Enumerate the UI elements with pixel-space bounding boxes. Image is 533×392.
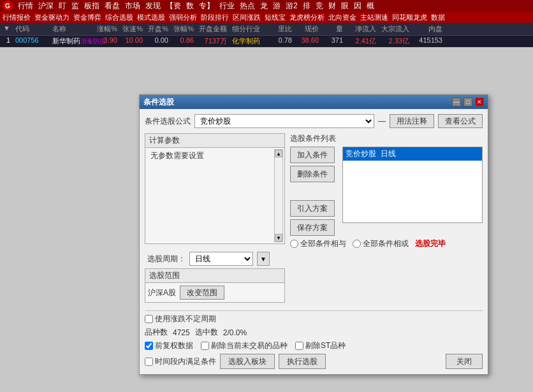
submenu-shuju[interactable]: 数据: [431, 13, 445, 22]
menu-hangqing[interactable]: 行情: [18, 1, 33, 11]
submenu-beixiang[interactable]: 北向资金: [328, 13, 356, 22]
row1-range: 0.86: [171, 36, 196, 47]
delete-condition-button[interactable]: 删除条件: [290, 166, 335, 182]
calc-params-group: 计算参数 无参数需要设置 ▲ ▼: [145, 133, 285, 244]
submenu-zhuzan[interactable]: 主站测速: [360, 13, 388, 22]
radio-group: 全部条件相与 全部条件相或 选股完毕: [290, 236, 483, 252]
header-price: 现价: [295, 24, 321, 34]
use-note-button[interactable]: 用法注释: [390, 114, 434, 128]
species-value: 4725: [173, 328, 190, 337]
action-row: 时间段内满足条件 选股入板块 执行选股 关闭: [145, 354, 483, 369]
dialog-close-x-button[interactable]: ✕: [475, 98, 484, 106]
menu-hushen[interactable]: 沪深: [38, 1, 54, 11]
checkbox-exclude-st[interactable]: [295, 342, 303, 350]
header-ratio: 里比: [268, 24, 295, 34]
radio-all-and-text: 全部条件相与: [300, 238, 346, 249]
period-row: 选股周期： 日线 周线 月线 ▼: [145, 249, 285, 268]
submenu-zonghe-xuangu[interactable]: 综合选股: [105, 13, 133, 22]
menu-yin[interactable]: 因: [354, 1, 361, 11]
radio-all-and-label[interactable]: 全部条件相与: [290, 238, 346, 249]
row1-speed: 10.00: [120, 36, 145, 47]
period-select[interactable]: 日线 周线 月线: [189, 252, 253, 266]
submenu-zijin-boyi[interactable]: 资金博弈: [73, 13, 101, 22]
scroll-up-arrow[interactable]: ▲: [275, 150, 282, 157]
menu-long[interactable]: 龙: [260, 1, 268, 11]
row1-vol: 371: [321, 36, 346, 47]
radio-all-or[interactable]: [353, 240, 361, 248]
dialog-content: 条件选股公式 竞价炒股 — 用法注释 查看公式 计算参数 无参数需要设置 ▲: [140, 109, 488, 374]
scope-group: 选股范围 沪深A股 改变范围: [145, 268, 285, 303]
menu-bracket[interactable]: 【资: [166, 1, 181, 11]
radio-all-or-label[interactable]: 全部条件相或: [353, 238, 409, 249]
menu-shu[interactable]: 数: [186, 1, 194, 11]
top-menubar: G 行情 沪深 盯 监 板指 看盘 市场 发现 【资 数 专】 行业 热点 龙 …: [0, 0, 533, 11]
menu-yan[interactable]: 眼: [341, 1, 349, 11]
view-formula-button[interactable]: 查看公式: [438, 114, 483, 128]
menu-shichang[interactable]: 市场: [125, 1, 140, 11]
header-open-pct: 开盘%: [145, 24, 171, 34]
dialog-title: 条件选股: [143, 97, 174, 108]
scroll-down-arrow[interactable]: ▼: [275, 234, 282, 242]
submenu-qiangruo-fenxi[interactable]: 强弱分析: [169, 13, 197, 22]
row1-price: 38.60: [295, 36, 321, 47]
menu-hangye[interactable]: 行业: [219, 1, 235, 11]
import-plan-button[interactable]: 引入方案: [290, 200, 335, 217]
condition-list-item[interactable]: 竞价炒股 日线: [343, 147, 482, 161]
menu-redian[interactable]: 热点: [240, 1, 255, 11]
radio-all-and[interactable]: [290, 240, 298, 248]
submenu-moshi-xuangu[interactable]: 模式选股: [137, 13, 165, 22]
right-inner: 加入条件 删除条件 引入方案 保存方案 竞价炒股 日线: [290, 147, 483, 236]
selected-label: 选中数: [195, 327, 218, 338]
row1-name: 新华制药清毒防疫: [50, 36, 94, 47]
formula-select[interactable]: 竞价炒股: [194, 114, 374, 128]
header-vol: 量: [321, 24, 346, 34]
menu-you2[interactable]: 游2: [286, 1, 298, 11]
menu-faxian[interactable]: 发现: [145, 1, 161, 11]
minimize-button[interactable]: —: [452, 98, 461, 106]
submenu-zijin-dongji[interactable]: 资金驱动力: [34, 13, 69, 22]
checkbox-exclude-notrade-label[interactable]: 剔除当前未交易的品种: [201, 340, 288, 351]
checkbox-prev-data[interactable]: [145, 342, 153, 350]
table-row[interactable]: 1 000756 新华制药清毒防疫 3.90 10.00 0.00 0.86 7…: [0, 36, 533, 47]
checkbox-prev-data-label[interactable]: 前复权数据: [145, 340, 193, 351]
checkbox-irregular-label[interactable]: 使用涨跌不定周期: [145, 314, 216, 324]
scope-value: 沪深A股: [148, 287, 176, 298]
menu-jian[interactable]: 监: [71, 1, 79, 11]
dialog-titlebar: 条件选股 — □ ✕: [140, 95, 488, 109]
menu-jing[interactable]: 竞: [316, 1, 323, 11]
menu-ding[interactable]: 盯: [59, 1, 66, 11]
submenu-longhubang[interactable]: 龙虎榜分析: [289, 13, 325, 22]
checkbox-time-cond-label[interactable]: 时间段内满足条件: [145, 356, 216, 367]
calc-params-scrollbar[interactable]: ▲ ▼: [274, 149, 283, 242]
menu-cai[interactable]: 财: [328, 1, 336, 11]
submenu-duanxianbao[interactable]: 短线宝: [265, 13, 286, 22]
left-panel: 计算参数 无参数需要设置 ▲ ▼ 选股周期： 日线: [145, 133, 285, 308]
menu-zhuan[interactable]: 专】: [199, 1, 214, 11]
import-block-button[interactable]: 选股入板块: [220, 354, 275, 369]
save-plan-button[interactable]: 保存方案: [290, 219, 335, 236]
checkbox-irregular[interactable]: [145, 315, 153, 323]
menu-you[interactable]: 游: [273, 1, 281, 11]
checkbox-time-cond[interactable]: [145, 358, 153, 366]
close-button[interactable]: 关闭: [446, 354, 483, 369]
condition-list[interactable]: 竞价炒股 日线: [342, 147, 483, 223]
menu-banzhi[interactable]: 板指: [84, 1, 99, 11]
submenu-jieduan-paihang[interactable]: 阶段排行: [201, 13, 229, 22]
header-code: 代码: [13, 24, 50, 34]
menu-pai[interactable]: 排: [303, 1, 310, 11]
add-condition-button[interactable]: 加入条件: [290, 147, 335, 163]
maximize-button[interactable]: □: [464, 98, 472, 106]
submenu-tonghuashun[interactable]: 同花顺龙虎: [392, 13, 427, 22]
scope-title: 选股范围: [145, 269, 284, 283]
row1-ratio: 0.78: [268, 36, 295, 47]
submenu-qujianzhandie[interactable]: 区间涨跌: [233, 13, 261, 22]
menu-gai[interactable]: 概: [367, 1, 374, 11]
change-scope-button[interactable]: 改变范围: [180, 286, 224, 300]
period-dropdown-arrow[interactable]: ▼: [257, 252, 270, 266]
checkbox-exclude-notrade[interactable]: [201, 342, 209, 350]
menu-kanpan[interactable]: 看盘: [105, 1, 120, 11]
execute-stock-button[interactable]: 执行选股: [279, 354, 326, 369]
checkbox-exclude-st-label[interactable]: 剔除ST品种: [295, 340, 346, 351]
selected-value: 2/0.0%: [223, 328, 247, 337]
submenu-hangqing-baojia[interactable]: 行情报价: [3, 13, 31, 22]
